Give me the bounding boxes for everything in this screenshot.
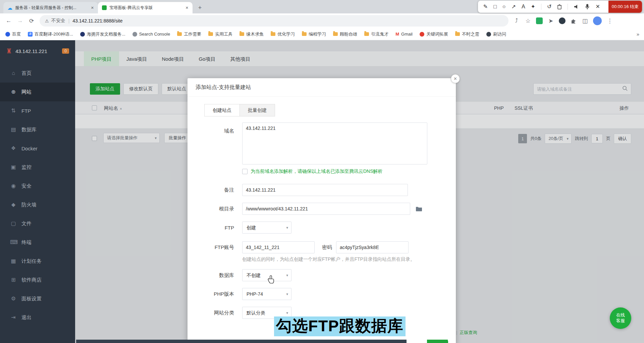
arrow-tool-icon[interactable]: ↗ bbox=[511, 4, 516, 9]
speaker-icon[interactable] bbox=[574, 4, 579, 9]
address-bar[interactable]: ⚠ 不安全 | 43.142.11.221:8888/site bbox=[40, 15, 508, 27]
folder-icon bbox=[208, 32, 213, 36]
bookmark-haiyong[interactable]: 海拥开发文档服务... bbox=[80, 31, 125, 37]
refresh-icon[interactable]: ⟳ bbox=[26, 15, 37, 26]
bookmark-fanyi[interactable]: 百度翻译-200种语... bbox=[28, 31, 73, 37]
bookmark-label: 百度翻译-200种语... bbox=[35, 31, 73, 37]
dns-resolve-checkbox[interactable] bbox=[242, 169, 248, 174]
browser-tab-server[interactable]: ☁ 服务器 - 轻量应用服务器 - 控制... ✕ bbox=[3, 2, 98, 13]
database-select[interactable]: 不创建 ▾ bbox=[242, 269, 291, 281]
bookmark-baidu[interactable]: 百度 bbox=[5, 31, 21, 37]
rectangle-tool-icon[interactable]: □ bbox=[493, 4, 497, 9]
browser-nav-row: ← → ⟳ ⚠ 不安全 | 43.142.11.221:8888/site ⤴ … bbox=[0, 13, 644, 28]
bookmark-label: 工作需要 bbox=[184, 31, 201, 37]
recording-timer[interactable]: 00:00:16 结束 bbox=[608, 1, 642, 13]
bookmark-label: 不时之需 bbox=[462, 31, 479, 37]
site-icon bbox=[80, 32, 85, 37]
bookmark-star-icon[interactable]: ☆ bbox=[523, 15, 533, 26]
select-value: 不创建 bbox=[247, 273, 261, 278]
bookmark-folder-youhua[interactable]: 优化学习 bbox=[271, 31, 295, 37]
php-version-select[interactable]: PHP-74 ▾ bbox=[242, 288, 291, 300]
trash-icon[interactable] bbox=[557, 4, 562, 9]
pencil-tool-icon[interactable]: ✎ bbox=[483, 4, 488, 9]
bookmark-label: Gmail bbox=[401, 32, 413, 37]
baota-favicon bbox=[102, 5, 107, 10]
dns-checkbox-label: 为当前域名添加解析，请确保以上域名已添加至腾讯云DNS解析 bbox=[251, 168, 383, 175]
extensions-puzzle-icon[interactable] bbox=[568, 15, 579, 26]
select-value: 创建 bbox=[247, 225, 256, 230]
cursor-extension-icon[interactable]: ➤ bbox=[545, 15, 556, 26]
browser-tab-strip: ☁ 服务器 - 轻量应用服务器 - 控制... ✕ 宝塔面板-腾讯云专享版 ✕ … bbox=[0, 0, 644, 13]
folder-icon bbox=[239, 32, 244, 36]
bookmarks-overflow-icon[interactable]: » bbox=[637, 31, 639, 37]
undo-icon[interactable]: ↺ bbox=[547, 4, 551, 9]
bookmark-folder-tools[interactable]: 实用工具 bbox=[208, 31, 232, 37]
back-icon[interactable]: ← bbox=[3, 15, 14, 26]
database-label: 数据库 bbox=[187, 272, 234, 279]
bookmark-folder-yuanmu[interactable]: 缘木求鱼 bbox=[239, 31, 264, 37]
php-version-row: PHP版本 PHP-74 ▾ bbox=[187, 288, 456, 300]
share-icon[interactable]: ⤴ bbox=[511, 15, 522, 26]
site-icon bbox=[420, 32, 424, 37]
text-tool-icon[interactable]: A bbox=[522, 4, 525, 9]
translate-icon bbox=[28, 32, 33, 37]
root-dir-input[interactable] bbox=[242, 203, 410, 215]
forward-icon[interactable]: → bbox=[15, 15, 25, 26]
split-view-icon[interactable]: ◫ bbox=[580, 15, 590, 26]
bookmark-label: 编程学习 bbox=[309, 31, 326, 37]
bookmark-keywords[interactable]: 关键词拓展 bbox=[420, 31, 448, 37]
bookmark-label: 百度 bbox=[12, 31, 21, 37]
browser-tab-baota[interactable]: 宝塔面板-腾讯云专享版 ✕ bbox=[98, 2, 193, 13]
bookmark-folder-work[interactable]: 工作需要 bbox=[177, 31, 201, 37]
profile-avatar[interactable] bbox=[593, 16, 602, 25]
remark-input[interactable] bbox=[242, 184, 408, 196]
remark-row: 备注 bbox=[187, 184, 456, 196]
chevron-down-icon: ▾ bbox=[286, 288, 288, 300]
gmail-icon bbox=[395, 32, 399, 37]
bookmark-label: Search Console bbox=[139, 32, 170, 37]
ftp-help-text: 创建站点的同时，为站点创建一个对应FTP帐户，并且FTP目录指向站点所在目录。 bbox=[242, 256, 415, 262]
ellipse-tool-icon[interactable]: ○ bbox=[502, 4, 506, 9]
ftp-account-label: FTP账号 bbox=[187, 244, 234, 251]
close-tab-icon[interactable]: ✕ bbox=[185, 5, 189, 11]
microphone-icon[interactable] bbox=[585, 4, 590, 10]
extension-badge-icon[interactable] bbox=[559, 17, 566, 24]
folder-browse-icon[interactable] bbox=[414, 203, 424, 214]
screen-recorder-toolbar: ✎ □ ○ ↗ A ✦ ↺ ✕ 00:00:16 结束 bbox=[478, 1, 642, 13]
bookmark-label: 引流鬼才 bbox=[371, 31, 388, 37]
video-caption: 勾选FTP跟数据库 bbox=[274, 315, 406, 337]
bookmark-folder-gupan[interactable]: 顾盼自雄 bbox=[333, 31, 357, 37]
online-support-badge[interactable]: 在线客服 bbox=[610, 307, 631, 329]
bookmark-folder-biancheng[interactable]: 编程学习 bbox=[302, 31, 326, 37]
modal-close-button[interactable]: ✕ bbox=[451, 74, 460, 83]
translate-extension-icon[interactable] bbox=[536, 17, 543, 24]
site-icon bbox=[132, 32, 137, 37]
ftp-account-input[interactable] bbox=[242, 241, 315, 253]
ftp-row: FTP 创建 ▾ bbox=[187, 222, 456, 234]
bookmark-folder-yinliu[interactable]: 引流鬼才 bbox=[364, 31, 388, 37]
bookmark-shuafangwen[interactable]: 刷访问 bbox=[486, 31, 506, 37]
modal-title: 添加站点-支持批量建站 bbox=[196, 84, 251, 91]
tab-batch-create[interactable]: 批量创建 bbox=[239, 104, 275, 116]
domain-textarea[interactable]: 43.142.11.221 bbox=[242, 122, 427, 164]
close-recorder-icon[interactable]: ✕ bbox=[595, 4, 600, 9]
bookmark-folder-bushizhixu[interactable]: 不时之需 bbox=[455, 31, 479, 37]
bottom-dark-strip bbox=[76, 340, 407, 343]
menu-dots-icon[interactable]: ⋮ bbox=[604, 15, 615, 26]
tab-create-site[interactable]: 创建站点 bbox=[204, 104, 240, 116]
dns-row: 为当前域名添加解析，请确保以上域名已添加至腾讯云DNS解析 bbox=[187, 168, 456, 175]
screen: ☁ 服务器 - 轻量应用服务器 - 控制... ✕ 宝塔面板-腾讯云专享版 ✕ … bbox=[0, 0, 644, 343]
add-site-modal: ✕ 添加站点-支持批量建站 创建站点 批量创建 域名 43.142.11.221… bbox=[187, 78, 456, 343]
new-tab-button[interactable]: + bbox=[195, 3, 205, 12]
close-tab-icon[interactable]: ✕ bbox=[90, 5, 95, 11]
ftp-password-input[interactable] bbox=[336, 241, 409, 253]
laser-tool-icon[interactable]: ✦ bbox=[531, 4, 535, 9]
support-label: 在线客服 bbox=[615, 312, 626, 324]
bookmark-search-console[interactable]: Search Console bbox=[132, 32, 170, 37]
security-label: 不安全 bbox=[51, 18, 65, 24]
bottom-green-partial bbox=[427, 340, 448, 343]
database-row: 数据库 不创建 ▾ bbox=[187, 269, 456, 281]
url-text: 43.142.11.221:8888/site bbox=[72, 18, 122, 23]
ftp-select[interactable]: 创建 ▾ bbox=[242, 222, 291, 234]
bookmark-gmail[interactable]: Gmail bbox=[395, 32, 413, 37]
